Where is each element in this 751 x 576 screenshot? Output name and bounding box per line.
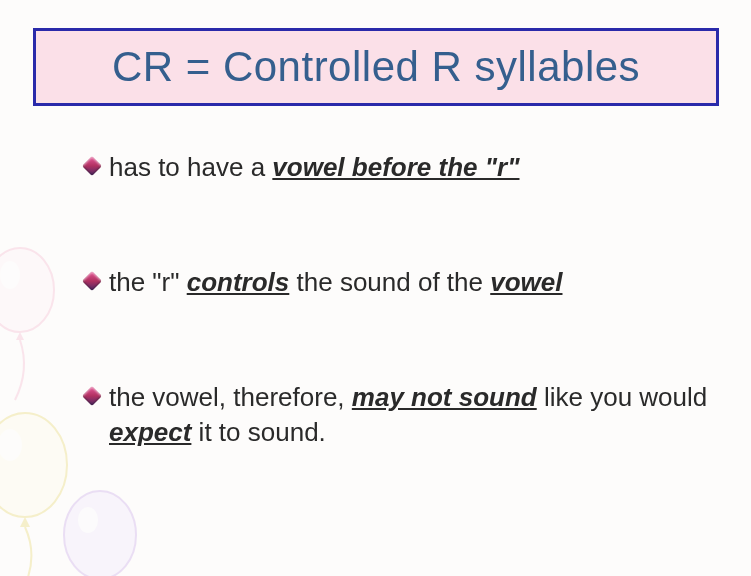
bullet-text: the "r" controls the sound of the vowel [109,265,562,300]
title-box: CR = Controlled R syllables [33,28,719,106]
bullet-icon [82,386,102,406]
svg-point-4 [64,491,136,576]
bullet-text: the vowel, therefore, may not sound like… [109,380,715,450]
bullet-icon [82,156,102,176]
balloon-decoration [50,480,170,576]
bullet-list: has to have a vowel before the "r" the "… [85,150,715,450]
bullet-icon [82,271,102,291]
balloon-decoration [0,240,90,420]
svg-point-0 [0,248,54,332]
bullet-item: has to have a vowel before the "r" [85,150,715,185]
bullet-text: has to have a vowel before the "r" [109,150,520,185]
svg-point-1 [0,261,20,289]
slide-title: CR = Controlled R syllables [112,43,640,91]
bullet-item: the vowel, therefore, may not sound like… [85,380,715,450]
bullet-item: the "r" controls the sound of the vowel [85,265,715,300]
svg-point-5 [78,507,98,533]
